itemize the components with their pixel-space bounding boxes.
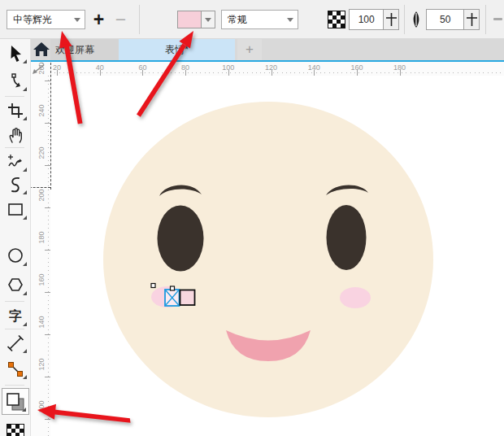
plus-icon: + xyxy=(245,41,254,58)
hand-icon xyxy=(6,125,25,145)
uniform-transparency-icon[interactable] xyxy=(328,11,345,28)
ruler-label: 100 xyxy=(37,399,46,415)
feather-slider-button[interactable] xyxy=(463,10,479,29)
opacity-slider-button[interactable] xyxy=(383,10,398,29)
dimension-tool[interactable] xyxy=(2,331,29,355)
preset-value: 中等辉光 xyxy=(13,13,52,27)
ruler-label: 160 xyxy=(37,272,46,288)
new-tab-button[interactable]: + xyxy=(237,39,262,60)
separator xyxy=(139,5,140,34)
text-tool-icon: 字 xyxy=(9,310,22,323)
rectangle-tool[interactable] xyxy=(2,198,29,222)
opacity-control: 100 xyxy=(349,9,399,30)
separator xyxy=(404,5,405,34)
home-button[interactable] xyxy=(33,41,50,58)
chevron-down-icon xyxy=(287,18,293,22)
feather-icon xyxy=(410,11,423,28)
color-swatch xyxy=(178,11,202,28)
toolbox: 字 xyxy=(0,39,31,436)
merge-mode-dropdown[interactable]: 常规 xyxy=(221,10,298,29)
active-tab-underline xyxy=(31,60,504,62)
remove-preset-button[interactable]: − xyxy=(111,10,131,29)
ruler-label: 120 xyxy=(37,356,46,373)
vertical-ruler[interactable]: 260240220200180160140120100 xyxy=(31,76,50,436)
freehand-tool[interactable] xyxy=(2,150,29,174)
connector-tool[interactable] xyxy=(2,357,29,382)
chevron-down-icon xyxy=(74,18,80,22)
add-preset-button[interactable]: + xyxy=(89,10,109,29)
cursor-position-guide-horizontal xyxy=(29,187,50,188)
pick-tool[interactable] xyxy=(2,41,29,66)
ellipse-tool[interactable] xyxy=(2,244,29,268)
transparency-preset-dropdown[interactable]: 中等辉光 xyxy=(7,10,85,29)
shape-tool[interactable] xyxy=(2,69,29,94)
transparency-tool[interactable] xyxy=(2,420,29,436)
ruler-label: 240 xyxy=(37,102,46,119)
home-icon xyxy=(33,41,50,58)
document-tab-bar: 欢迎屏幕 表情* + xyxy=(31,39,504,60)
ruler-label: 220 xyxy=(37,145,46,161)
property-bar: 中等辉光 + − 常规 100 50 xyxy=(0,0,504,39)
overflow-dash xyxy=(493,18,502,20)
text-tool[interactable]: 字 xyxy=(2,304,29,329)
cursor-position-guide-vertical xyxy=(50,63,51,190)
drawing-canvas[interactable] xyxy=(50,76,504,436)
ruler-label: 140 xyxy=(37,314,46,330)
ruler-label: 200 xyxy=(37,187,46,203)
curve-tool[interactable] xyxy=(2,172,29,197)
feather-control: 50 xyxy=(426,9,480,30)
feather-input[interactable]: 50 xyxy=(427,10,463,29)
checkerboard-icon xyxy=(7,424,24,436)
tab-welcome-screen[interactable]: 欢迎屏幕 xyxy=(50,39,120,60)
pan-tool[interactable] xyxy=(2,123,29,147)
chevron-down-icon xyxy=(202,11,215,28)
opacity-input[interactable]: 100 xyxy=(350,10,383,29)
merge-mode-value: 常规 xyxy=(228,13,247,27)
tab-label: 表情* xyxy=(165,43,189,57)
tab-label: 欢迎屏幕 xyxy=(55,43,94,57)
drop-shadow-tool[interactable] xyxy=(2,388,29,415)
tab-document-active[interactable]: 表情* xyxy=(119,39,235,60)
separator xyxy=(485,5,486,34)
ruler-label: 180 xyxy=(37,229,46,246)
ruler-label: 260 xyxy=(37,60,46,76)
polygon-tool[interactable] xyxy=(2,273,29,298)
crop-tool[interactable] xyxy=(2,98,29,123)
fill-color-picker[interactable] xyxy=(177,11,215,28)
horizontal-ruler[interactable]: 20406080100120140160180 xyxy=(50,62,504,76)
